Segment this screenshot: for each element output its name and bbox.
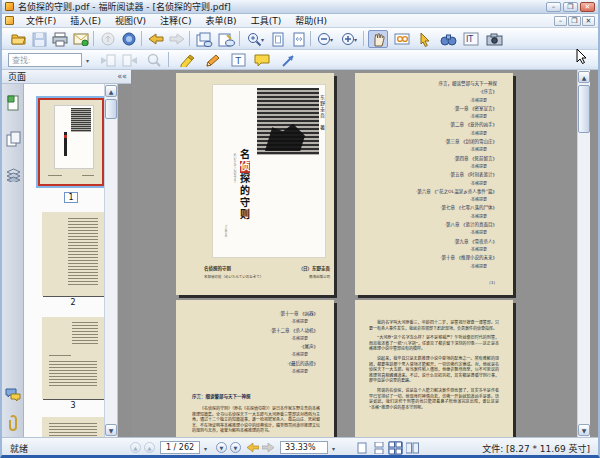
document-scrollbar[interactable]: ▲ ▼ [577,70,590,437]
child-minimize-button[interactable]: – [554,16,567,26]
page-thumbnail-1[interactable] [38,98,104,186]
paragraph: 《名侦探的守则》（原名《名探偵の掟》）是日本作家东野圭吾的本格推理短篇集。全书以… [192,406,320,434]
previous-view-status-button[interactable] [246,442,259,453]
toc-entry: ·第十二章 《杀人动机》 [270,327,318,335]
page-thumbnail-4[interactable] [42,417,104,437]
textbox-tool-button[interactable]: T [228,51,248,69]
thumbnail-scrollbar[interactable]: ▲ ▼ [104,84,117,437]
bookmarks-tab[interactable] [4,92,22,114]
single-page-layout-button[interactable] [354,441,369,455]
zoom-in-circle-icon [341,32,355,46]
menu-items: 文件(F)插入(E)视图(V)注释(C)表单(B)工具(T)帮助(H) [19,13,334,28]
save-button[interactable] [29,30,49,48]
foxit-reader-window: 名侦探的守则.pdf - 福昕阅读器 - [名侦探的守则.pdf] – ❐ ✕ … [0,0,600,458]
menu-item[interactable]: 视图(V) [108,13,153,28]
printer-icon [52,32,68,47]
thumbnails-pane: 1 2 3 ▲ [24,84,118,437]
text-viewer-button[interactable]: IT [461,30,481,48]
find-input[interactable] [8,53,82,67]
fit-page-button[interactable] [289,30,309,48]
thumb-scroll-down-button[interactable]: ▼ [105,424,117,436]
email-button[interactable] [71,30,91,48]
layers-tab[interactable] [4,164,22,186]
page-number-dropdown[interactable]: ▾ [204,445,207,452]
panel-title: 页面 [8,70,26,83]
doc-scroll-up-button[interactable]: ▲ [578,71,590,83]
toc-list: 序言，细谈警部与天下一神探·《序言》·本格提要·第一章 《密室宣言》·本格提要·… [416,80,497,271]
find-dropdown[interactable]: ▾ [86,57,89,64]
full-search-button[interactable] [144,51,164,69]
cursor-arrow-icon [419,32,431,47]
note-tool-button[interactable] [252,51,272,69]
panel-collapse-button[interactable]: «« [117,72,127,81]
actual-size-button[interactable] [268,30,288,48]
menu-item[interactable]: 文件(F) [19,13,63,28]
document-view[interactable]: 东野圭吾 著 名 侦 探 的 守 则 めいたんていのおきて 新经典文库 名侦探的… [132,70,590,437]
menu-item[interactable]: 工具(T) [244,13,289,28]
menu-item[interactable]: 插入(E) [63,13,108,28]
last-page-button[interactable]: ▼ [230,442,241,453]
previous-view-button[interactable] [146,30,166,48]
maximize-icon: ❐ [567,3,573,11]
child-close-button[interactable]: ✕ [582,16,595,26]
attachments-tab[interactable] [4,412,22,434]
open-folder-icon [10,31,26,47]
thumb3-label: 3 [42,401,104,410]
continuous-facing-layout-button[interactable] [388,441,403,455]
first-page-button[interactable]: ▲ [130,442,141,453]
find-previous-icon [100,54,116,67]
highlighter-tool-button[interactable] [176,51,196,69]
menu-item[interactable]: 注释(C) [153,13,198,28]
page-thumbnail-2[interactable] [42,212,104,296]
zoom-level-dropdown[interactable]: ▾ [332,445,335,452]
thumb-scroll-up-button[interactable]: ▲ [105,85,117,97]
facing-layout-button[interactable] [405,441,420,455]
toc-entry: ·第六章 《“花之OL温泉乡杀人事件”篇》 [416,188,497,196]
print-button[interactable] [50,30,70,48]
pages-tab[interactable] [4,128,22,150]
page-number-box[interactable]: 1 / 262 [160,441,200,454]
toc-entry: ·本格提要 [416,246,497,254]
minimize-button[interactable]: – [546,2,561,12]
doc-scroll-down-button[interactable]: ▼ [578,424,590,436]
next-view-status-button[interactable] [261,442,274,453]
snapshot-button[interactable] [484,30,504,48]
maximize-button[interactable]: ❐ [563,2,578,12]
pages-edit-tool-button[interactable] [216,30,236,48]
next-page-button[interactable]: ▼ [216,442,227,453]
hand-tool-button[interactable] [368,30,388,48]
doc-scroll-handle[interactable] [578,85,590,133]
cover-footer-jp: 名探偵の掟（めいたんていのおきて） [204,274,263,279]
cover-footer-publisher: 南海出版公司 [309,274,330,279]
toc-entry: ·第四章 《死前留言》 [416,155,497,163]
menu-item[interactable]: 表单(B) [198,13,243,28]
continuous-layout-button[interactable] [371,441,386,455]
open-button[interactable] [8,30,28,48]
zoom-in-dropdown[interactable]: ▾ [354,36,357,43]
marquee-zoom-button[interactable] [392,30,412,48]
menu-item[interactable]: 帮助(H) [288,13,334,28]
zoom-level-box[interactable]: 33.33% [280,441,328,454]
zoom-out-dropdown[interactable]: ▾ [330,36,333,43]
arrow-tool-button[interactable] [278,51,298,69]
find-next-button[interactable] [120,51,140,69]
next-view-button[interactable] [167,30,187,48]
previous-page-button[interactable]: ▲ [144,442,155,453]
comments-tab[interactable] [4,384,22,406]
pages-comment-tool-button[interactable] [194,30,214,48]
forward-arrow-icon [262,443,274,452]
toc-entry: ·第八章 《诡计的真面目》 [416,221,497,229]
collaborate-button[interactable] [119,30,139,48]
thumb-scroll-handle[interactable] [105,99,117,119]
child-restore-button[interactable]: ❐ [568,16,581,26]
close-button[interactable]: ✕ [580,2,595,12]
zoom-tool-dropdown[interactable]: ▾ [261,36,264,43]
share-upload-button[interactable] [98,30,118,48]
camera-icon [486,33,503,46]
continuous-page-icon [374,442,384,454]
page-thumbnail-3[interactable] [42,317,104,399]
select-tool-button[interactable] [415,30,435,48]
search-button[interactable] [438,30,458,48]
pencil-tool-button[interactable] [202,51,222,69]
find-previous-button[interactable] [98,51,118,69]
